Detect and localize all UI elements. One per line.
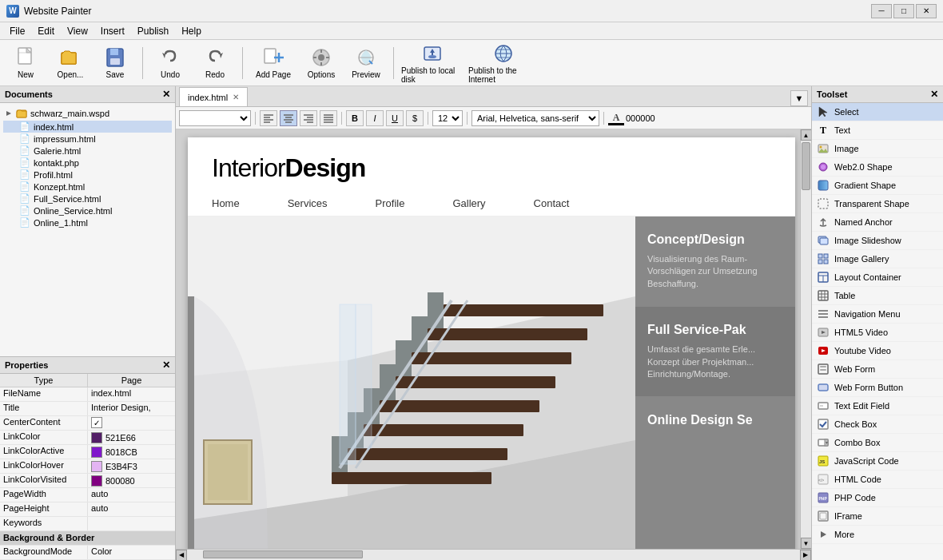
tool-more[interactable]: More — [812, 526, 943, 544]
centercontent-checkbox[interactable]: ✓ — [91, 417, 102, 428]
tool-gradientshape[interactable]: Gradient Shape — [812, 177, 943, 195]
nav-services[interactable]: Services — [288, 197, 328, 209]
doc-file-index[interactable]: 📄 index.html — [3, 121, 172, 133]
tool-namedanchor[interactable]: Named Anchor — [812, 213, 943, 232]
addpage-icon — [262, 46, 284, 69]
doc-file-kontakt[interactable]: 📄 kontakt.php — [3, 157, 172, 169]
scroll-down-button[interactable]: ▼ — [801, 538, 812, 549]
tool-imageslideshow[interactable]: Image Slideshow — [812, 232, 943, 250]
sidebar-fullservice-text: Umfasst die gesamte Erle... Konzept über… — [647, 344, 783, 380]
underline-button[interactable]: U — [386, 110, 404, 126]
menu-publish[interactable]: Publish — [131, 24, 175, 38]
tool-table[interactable]: Table — [812, 287, 943, 305]
nav-contact[interactable]: Contact — [534, 197, 570, 209]
doc-file-konzept[interactable]: 📄 Konzept.html — [3, 181, 172, 193]
tool-imagegallery[interactable]: Image Gallery — [812, 250, 943, 268]
linkcoloractive-swatch[interactable] — [91, 447, 102, 458]
menu-edit[interactable]: Edit — [31, 24, 61, 38]
tool-checkbox[interactable]: Check Box — [812, 415, 943, 434]
align-left-button[interactable] — [260, 110, 277, 126]
tool-javascriptcode[interactable]: JS JavaScript Code — [812, 452, 943, 471]
open-button[interactable]: Open... — [50, 43, 91, 83]
props-val-title: Interior Design, — [88, 402, 175, 415]
hscroll-thumb[interactable] — [203, 550, 363, 558]
undo-button[interactable]: Undo — [149, 43, 191, 83]
options-button[interactable]: Options — [300, 43, 342, 83]
texteditfield-icon — [817, 399, 830, 412]
fmt-sep-1 — [255, 112, 256, 125]
menu-file[interactable]: File — [3, 24, 31, 38]
svg-rect-114 — [820, 513, 826, 519]
color-indicator[interactable]: A 000000 — [608, 111, 655, 125]
close-button[interactable]: ✕ — [916, 4, 937, 18]
color-underline — [608, 123, 624, 125]
menu-view[interactable]: View — [61, 24, 94, 38]
tab-scroll-down[interactable]: ▼ — [790, 90, 808, 106]
doc-file-profil[interactable]: 📄 Profil.html — [3, 169, 172, 181]
addpage-button[interactable]: Add Page — [249, 43, 297, 83]
menu-insert[interactable]: Insert — [94, 24, 131, 38]
tool-image[interactable]: Image — [812, 140, 943, 158]
dollar-button[interactable]: $ — [406, 110, 424, 126]
tab-index-html[interactable]: index.html ✕ — [179, 87, 248, 106]
save-button[interactable]: Save — [94, 43, 136, 83]
minimize-button[interactable]: ─ — [871, 4, 892, 18]
nav-home[interactable]: Home — [212, 197, 240, 209]
tool-web2shape[interactable]: Web2.0 Shape — [812, 158, 943, 177]
vertical-scrollbar[interactable]: ▲ ▼ — [800, 129, 811, 549]
doc-file-online1[interactable]: 📄 Online_1.html — [3, 216, 172, 228]
nav-profile[interactable]: Profile — [376, 197, 405, 209]
tool-transparentshape[interactable]: Transparent Shape — [812, 195, 943, 213]
tool-iframe[interactable]: IFrame — [812, 507, 943, 526]
preview-button[interactable]: Preview — [345, 43, 387, 83]
doc-file-galerie[interactable]: 📄 Galerie.html — [3, 145, 172, 157]
fontfamily-select[interactable]: Arial, Helvetica, sans-serif — [472, 110, 599, 126]
tool-texteditfield[interactable]: Text Edit Field — [812, 397, 943, 415]
linkcolorvisited-swatch[interactable] — [91, 475, 102, 487]
documents-close-button[interactable]: ✕ — [162, 89, 170, 100]
tab-close-button[interactable]: ✕ — [233, 93, 239, 101]
italic-button[interactable]: I — [366, 110, 384, 126]
canvas-area[interactable]: ▲ ▼ InteriorDesign Home Services Profi — [176, 129, 811, 549]
tool-combobox[interactable]: Combo Box — [812, 434, 943, 452]
maximize-button[interactable]: □ — [893, 4, 914, 18]
tool-select[interactable]: Select — [812, 103, 943, 121]
align-right-button[interactable] — [300, 110, 317, 126]
linkcolor-swatch[interactable] — [91, 432, 102, 443]
publishlocal-button[interactable]: Publish to local disk — [400, 43, 464, 83]
align-justify-button[interactable] — [320, 110, 337, 126]
doc-file-onlineservice[interactable]: 📄 Online_Service.html — [3, 205, 172, 216]
bold-button[interactable]: B — [346, 110, 364, 126]
props-key-keywords: Keywords — [0, 517, 88, 530]
scroll-up-button[interactable]: ▲ — [801, 129, 812, 141]
color-a-button[interactable]: A — [608, 111, 624, 125]
properties-close-button[interactable]: ✕ — [162, 359, 170, 371]
tool-navigationmenu[interactable]: Navigation Menu — [812, 305, 943, 324]
window-controls[interactable]: ─ □ ✕ — [871, 4, 937, 18]
toolset-close-button[interactable]: ✕ — [930, 89, 938, 100]
scroll-thumb[interactable] — [802, 142, 810, 190]
align-center-button[interactable] — [280, 110, 297, 126]
publishnet-button[interactable]: Publish to the Internet — [468, 43, 539, 83]
redo-button[interactable]: Redo — [194, 43, 236, 83]
scroll-left-button[interactable]: ◀ — [176, 550, 187, 561]
doc-root-item[interactable]: schwarz_main.wspd — [3, 106, 172, 121]
nav-gallery[interactable]: Gallery — [452, 197, 485, 209]
project-icon — [16, 108, 27, 119]
doc-file-fullservice[interactable]: 📄 Full_Service.html — [3, 193, 172, 205]
scroll-right-button[interactable]: ▶ — [800, 550, 811, 561]
tool-youtubevideo[interactable]: Youtube Video — [812, 342, 943, 360]
tool-webformbutton[interactable]: Web Form Button — [812, 379, 943, 397]
style-select[interactable] — [179, 110, 251, 126]
tool-htmlcode[interactable]: </> HTML Code — [812, 471, 943, 489]
fontsize-select[interactable]: 12 — [432, 110, 463, 126]
doc-file-impressum[interactable]: 📄 impressum.html — [3, 133, 172, 145]
tool-html5video[interactable]: HTML5 Video — [812, 324, 943, 342]
tool-webform[interactable]: Web Form — [812, 360, 943, 379]
tool-phpcode[interactable]: PHP PHP Code — [812, 489, 943, 507]
linkcolorhover-swatch[interactable] — [91, 461, 102, 472]
tool-text[interactable]: Text — [812, 121, 943, 140]
new-button[interactable]: New — [5, 43, 46, 83]
tool-layoutcontainer[interactable]: Layout Container — [812, 268, 943, 287]
menu-help[interactable]: Help — [175, 24, 208, 38]
